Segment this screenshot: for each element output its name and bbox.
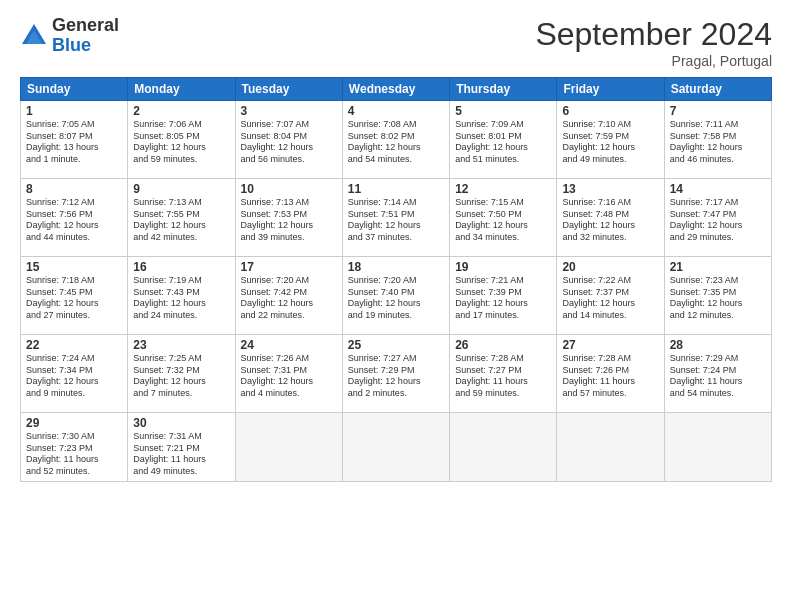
day-info: Sunrise: 7:17 AM Sunset: 7:47 PM Dayligh… [670, 197, 766, 244]
day-cell: 18Sunrise: 7:20 AM Sunset: 7:40 PM Dayli… [342, 257, 449, 335]
day-info: Sunrise: 7:13 AM Sunset: 7:55 PM Dayligh… [133, 197, 229, 244]
day-number: 24 [241, 338, 337, 352]
day-number: 10 [241, 182, 337, 196]
day-cell: 12Sunrise: 7:15 AM Sunset: 7:50 PM Dayli… [450, 179, 557, 257]
day-number: 6 [562, 104, 658, 118]
day-info: Sunrise: 7:20 AM Sunset: 7:42 PM Dayligh… [241, 275, 337, 322]
day-cell: 8Sunrise: 7:12 AM Sunset: 7:56 PM Daylig… [21, 179, 128, 257]
day-cell: 17Sunrise: 7:20 AM Sunset: 7:42 PM Dayli… [235, 257, 342, 335]
week-row-4: 22Sunrise: 7:24 AM Sunset: 7:34 PM Dayli… [21, 335, 772, 413]
day-number: 20 [562, 260, 658, 274]
day-cell: 21Sunrise: 7:23 AM Sunset: 7:35 PM Dayli… [664, 257, 771, 335]
day-info: Sunrise: 7:22 AM Sunset: 7:37 PM Dayligh… [562, 275, 658, 322]
day-cell [664, 413, 771, 482]
header-row: Sunday Monday Tuesday Wednesday Thursday… [21, 78, 772, 101]
day-info: Sunrise: 7:26 AM Sunset: 7:31 PM Dayligh… [241, 353, 337, 400]
day-number: 19 [455, 260, 551, 274]
day-info: Sunrise: 7:19 AM Sunset: 7:43 PM Dayligh… [133, 275, 229, 322]
day-number: 28 [670, 338, 766, 352]
day-info: Sunrise: 7:18 AM Sunset: 7:45 PM Dayligh… [26, 275, 122, 322]
day-number: 27 [562, 338, 658, 352]
day-cell: 25Sunrise: 7:27 AM Sunset: 7:29 PM Dayli… [342, 335, 449, 413]
day-info: Sunrise: 7:05 AM Sunset: 8:07 PM Dayligh… [26, 119, 122, 166]
day-cell: 19Sunrise: 7:21 AM Sunset: 7:39 PM Dayli… [450, 257, 557, 335]
location: Pragal, Portugal [535, 53, 772, 69]
col-friday: Friday [557, 78, 664, 101]
day-number: 17 [241, 260, 337, 274]
day-number: 15 [26, 260, 122, 274]
logo-text: General Blue [52, 16, 119, 56]
logo-general-text: General [52, 16, 119, 36]
col-tuesday: Tuesday [235, 78, 342, 101]
col-thursday: Thursday [450, 78, 557, 101]
day-cell: 6Sunrise: 7:10 AM Sunset: 7:59 PM Daylig… [557, 101, 664, 179]
day-number: 26 [455, 338, 551, 352]
day-info: Sunrise: 7:11 AM Sunset: 7:58 PM Dayligh… [670, 119, 766, 166]
day-cell [342, 413, 449, 482]
day-cell: 23Sunrise: 7:25 AM Sunset: 7:32 PM Dayli… [128, 335, 235, 413]
day-cell: 4Sunrise: 7:08 AM Sunset: 8:02 PM Daylig… [342, 101, 449, 179]
day-info: Sunrise: 7:29 AM Sunset: 7:24 PM Dayligh… [670, 353, 766, 400]
day-cell: 14Sunrise: 7:17 AM Sunset: 7:47 PM Dayli… [664, 179, 771, 257]
day-info: Sunrise: 7:27 AM Sunset: 7:29 PM Dayligh… [348, 353, 444, 400]
day-number: 5 [455, 104, 551, 118]
day-number: 25 [348, 338, 444, 352]
day-info: Sunrise: 7:15 AM Sunset: 7:50 PM Dayligh… [455, 197, 551, 244]
day-number: 13 [562, 182, 658, 196]
day-cell: 16Sunrise: 7:19 AM Sunset: 7:43 PM Dayli… [128, 257, 235, 335]
calendar: Sunday Monday Tuesday Wednesday Thursday… [20, 77, 772, 482]
day-cell: 1Sunrise: 7:05 AM Sunset: 8:07 PM Daylig… [21, 101, 128, 179]
day-info: Sunrise: 7:24 AM Sunset: 7:34 PM Dayligh… [26, 353, 122, 400]
day-number: 2 [133, 104, 229, 118]
page: General Blue September 2024 Pragal, Port… [0, 0, 792, 612]
day-number: 7 [670, 104, 766, 118]
week-row-5: 29Sunrise: 7:30 AM Sunset: 7:23 PM Dayli… [21, 413, 772, 482]
calendar-body: 1Sunrise: 7:05 AM Sunset: 8:07 PM Daylig… [21, 101, 772, 482]
week-row-3: 15Sunrise: 7:18 AM Sunset: 7:45 PM Dayli… [21, 257, 772, 335]
day-info: Sunrise: 7:20 AM Sunset: 7:40 PM Dayligh… [348, 275, 444, 322]
day-info: Sunrise: 7:08 AM Sunset: 8:02 PM Dayligh… [348, 119, 444, 166]
day-number: 4 [348, 104, 444, 118]
day-cell: 11Sunrise: 7:14 AM Sunset: 7:51 PM Dayli… [342, 179, 449, 257]
day-number: 21 [670, 260, 766, 274]
day-info: Sunrise: 7:07 AM Sunset: 8:04 PM Dayligh… [241, 119, 337, 166]
day-cell: 15Sunrise: 7:18 AM Sunset: 7:45 PM Dayli… [21, 257, 128, 335]
day-number: 11 [348, 182, 444, 196]
col-saturday: Saturday [664, 78, 771, 101]
header: General Blue September 2024 Pragal, Port… [20, 16, 772, 69]
day-info: Sunrise: 7:25 AM Sunset: 7:32 PM Dayligh… [133, 353, 229, 400]
day-number: 9 [133, 182, 229, 196]
day-cell: 22Sunrise: 7:24 AM Sunset: 7:34 PM Dayli… [21, 335, 128, 413]
day-info: Sunrise: 7:30 AM Sunset: 7:23 PM Dayligh… [26, 431, 122, 478]
day-info: Sunrise: 7:12 AM Sunset: 7:56 PM Dayligh… [26, 197, 122, 244]
logo-blue-text: Blue [52, 36, 119, 56]
day-info: Sunrise: 7:09 AM Sunset: 8:01 PM Dayligh… [455, 119, 551, 166]
day-info: Sunrise: 7:13 AM Sunset: 7:53 PM Dayligh… [241, 197, 337, 244]
day-cell: 7Sunrise: 7:11 AM Sunset: 7:58 PM Daylig… [664, 101, 771, 179]
day-cell: 27Sunrise: 7:28 AM Sunset: 7:26 PM Dayli… [557, 335, 664, 413]
day-number: 14 [670, 182, 766, 196]
day-number: 3 [241, 104, 337, 118]
col-monday: Monday [128, 78, 235, 101]
logo: General Blue [20, 16, 119, 56]
day-info: Sunrise: 7:06 AM Sunset: 8:05 PM Dayligh… [133, 119, 229, 166]
day-info: Sunrise: 7:28 AM Sunset: 7:26 PM Dayligh… [562, 353, 658, 400]
month-title: September 2024 [535, 16, 772, 53]
logo-icon [20, 22, 48, 50]
day-cell: 29Sunrise: 7:30 AM Sunset: 7:23 PM Dayli… [21, 413, 128, 482]
day-cell: 9Sunrise: 7:13 AM Sunset: 7:55 PM Daylig… [128, 179, 235, 257]
day-cell: 28Sunrise: 7:29 AM Sunset: 7:24 PM Dayli… [664, 335, 771, 413]
week-row-2: 8Sunrise: 7:12 AM Sunset: 7:56 PM Daylig… [21, 179, 772, 257]
day-info: Sunrise: 7:28 AM Sunset: 7:27 PM Dayligh… [455, 353, 551, 400]
day-cell: 13Sunrise: 7:16 AM Sunset: 7:48 PM Dayli… [557, 179, 664, 257]
day-cell: 30Sunrise: 7:31 AM Sunset: 7:21 PM Dayli… [128, 413, 235, 482]
day-info: Sunrise: 7:16 AM Sunset: 7:48 PM Dayligh… [562, 197, 658, 244]
day-cell [235, 413, 342, 482]
day-info: Sunrise: 7:10 AM Sunset: 7:59 PM Dayligh… [562, 119, 658, 166]
day-number: 12 [455, 182, 551, 196]
calendar-header: Sunday Monday Tuesday Wednesday Thursday… [21, 78, 772, 101]
day-cell: 24Sunrise: 7:26 AM Sunset: 7:31 PM Dayli… [235, 335, 342, 413]
day-number: 23 [133, 338, 229, 352]
day-number: 30 [133, 416, 229, 430]
day-info: Sunrise: 7:31 AM Sunset: 7:21 PM Dayligh… [133, 431, 229, 478]
